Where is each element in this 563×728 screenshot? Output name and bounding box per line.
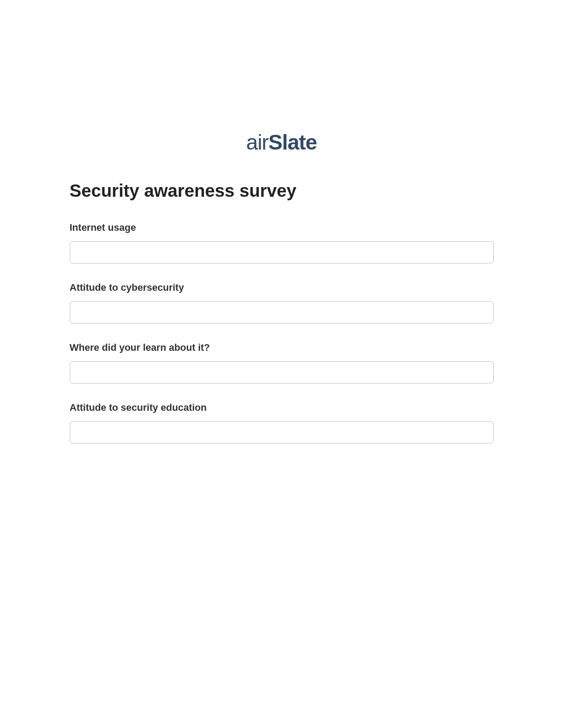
label-where-learn: Where did your learn about it? (70, 342, 494, 353)
logo-suffix: Slate (268, 131, 317, 154)
input-internet-usage[interactable] (70, 241, 494, 263)
form-group-internet-usage: Internet usage (70, 222, 494, 263)
label-attitude-cybersecurity: Attitude to cybersecurity (70, 282, 494, 293)
form-group-attitude-education: Attitude to security education (70, 402, 494, 443)
form-group-attitude-cybersecurity: Attitude to cybersecurity (70, 282, 494, 323)
logo-text: airSlate (246, 131, 317, 154)
label-attitude-education: Attitude to security education (70, 402, 494, 413)
form-title: Security awareness survey (70, 181, 494, 201)
label-internet-usage: Internet usage (70, 222, 494, 233)
input-attitude-education[interactable] (70, 421, 494, 443)
logo-prefix: air (246, 131, 268, 154)
form-group-where-learn: Where did your learn about it? (70, 342, 494, 383)
logo: airSlate (70, 130, 494, 154)
input-where-learn[interactable] (70, 361, 494, 383)
input-attitude-cybersecurity[interactable] (70, 301, 494, 323)
form-container: airSlate Security awareness survey Inter… (70, 130, 494, 443)
